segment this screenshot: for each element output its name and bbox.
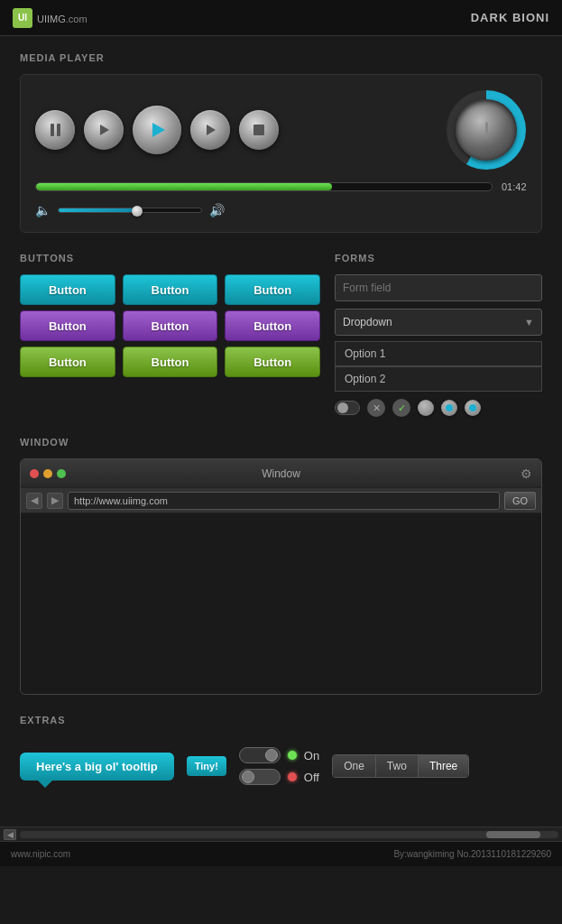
toggle-on-track[interactable]	[239, 747, 281, 763]
button-purple-3[interactable]: Button	[225, 310, 320, 341]
toggle-off-thumb	[242, 771, 254, 783]
toggle-switch[interactable]	[335, 401, 360, 415]
toggle-off-track[interactable]	[239, 769, 281, 785]
buttons-row-1: Button Button Button	[20, 274, 320, 305]
tooltip-button[interactable]: Here's a big ol' tooltip	[20, 753, 174, 781]
time-display: 01:42	[502, 181, 527, 192]
window-content	[21, 513, 541, 694]
stop-button[interactable]	[239, 110, 279, 150]
option-2[interactable]: Option 2	[335, 366, 542, 392]
buttons-section: BUTTONS Button Button Button Button Butt…	[20, 253, 320, 417]
scroll-left-arrow[interactable]: ◀	[4, 829, 16, 840]
go-button[interactable]: GO	[504, 492, 536, 510]
forward-arrow[interactable]: ▶	[47, 493, 63, 509]
back-arrow[interactable]: ◀	[26, 493, 42, 509]
main-content: MEDIA PLAYER	[0, 36, 562, 827]
button-teal-1[interactable]: Button	[20, 274, 115, 305]
button-green-2[interactable]: Button	[123, 346, 218, 377]
close-dot[interactable]	[30, 469, 39, 478]
toggle-on-thumb	[265, 749, 278, 762]
gear-icon[interactable]: ⚙	[521, 467, 532, 481]
extras-label: EXTRAS	[20, 715, 542, 725]
option-1[interactable]: Option 1	[335, 341, 542, 366]
button-teal-3[interactable]: Button	[225, 274, 320, 305]
header-tagline: DARK BIONI	[471, 11, 549, 24]
footer: www.nipic.com By:wangkiming No.201311018…	[0, 841, 562, 866]
button-purple-2[interactable]: Button	[123, 310, 218, 341]
media-player-label: MEDIA PLAYER	[20, 52, 542, 63]
x-icon[interactable]: ✕	[367, 399, 385, 417]
window-label: WINDOW	[20, 437, 542, 448]
scroll-thumb[interactable]	[486, 831, 540, 838]
forms-section: FORMS Dropdown ▼ Option 1 Option 2 ✕ ✓	[335, 253, 542, 417]
led-on-icon	[288, 751, 297, 760]
extras-section: EXTRAS Here's a big ol' tooltip Tiny! On	[20, 715, 542, 796]
stop-icon	[253, 125, 264, 135]
logo: UI UIIMG.com	[13, 8, 88, 28]
segmented-control: One Two Three	[332, 754, 469, 778]
footer-left: www.nipic.com	[11, 849, 70, 859]
window-titlebar: Window ⚙	[21, 459, 541, 488]
mp-progress-bar: 01:42	[35, 181, 527, 192]
buttons-row-2: Button Button Button	[20, 310, 320, 341]
play3-icon	[207, 125, 216, 135]
forms-label: FORMS	[335, 253, 542, 263]
play3-button[interactable]	[190, 110, 230, 150]
radio-1[interactable]	[418, 400, 434, 416]
progress-track[interactable]	[35, 182, 493, 191]
extras-body: Here's a big ol' tooltip Tiny! On	[20, 736, 542, 796]
extras-row: Here's a big ol' tooltip Tiny! On	[20, 747, 542, 785]
form-extras: ✕ ✓	[335, 399, 542, 417]
window-section: WINDOW Window ⚙ ◀ ▶ GO	[20, 437, 542, 695]
minimize-dot[interactable]	[43, 469, 52, 478]
scroll-track[interactable]	[20, 831, 558, 838]
play1-icon	[100, 125, 109, 135]
media-player-body: 01:42 🔈 🔊	[20, 74, 542, 233]
media-player-section: MEDIA PLAYER	[20, 52, 542, 233]
button-green-3[interactable]: Button	[225, 346, 320, 377]
logo-abbr: UI	[18, 13, 27, 23]
mp-volume-row: 🔈 🔊	[35, 203, 527, 217]
mp-controls	[35, 106, 279, 154]
check-icon[interactable]: ✓	[392, 399, 410, 417]
play2-icon	[152, 123, 165, 137]
knob-indicator	[485, 122, 488, 138]
dropdown-label: Dropdown	[343, 316, 392, 328]
toggle-on-row: On	[239, 747, 319, 763]
tiny-button[interactable]: Tiny!	[187, 756, 226, 776]
logo-text: UIIMG.com	[37, 10, 88, 25]
toggle-off-row: Off	[239, 769, 319, 785]
off-label: Off	[304, 771, 319, 784]
radio-3[interactable]	[465, 400, 481, 416]
volume-thumb[interactable]	[132, 206, 143, 217]
mp-top	[35, 89, 527, 171]
chevron-down-icon: ▼	[524, 317, 534, 328]
seg-one[interactable]: One	[333, 755, 376, 777]
volume-track[interactable]	[58, 208, 202, 213]
volume-fill	[59, 208, 137, 212]
buttons-grid: Button Button Button Button Button Butto…	[20, 274, 320, 377]
seg-two[interactable]: Two	[376, 755, 419, 777]
button-purple-1[interactable]: Button	[20, 310, 115, 341]
volume-knob[interactable]	[446, 89, 527, 171]
bottom-scrollbar: ◀	[0, 827, 562, 841]
url-bar[interactable]	[68, 492, 500, 510]
play2-button[interactable]	[133, 106, 181, 154]
button-teal-2[interactable]: Button	[123, 274, 218, 305]
dropdown[interactable]: Dropdown ▼	[335, 309, 542, 336]
form-field-input[interactable]	[335, 274, 542, 301]
logo-box: UI	[13, 8, 32, 28]
window-toolbar: ◀ ▶ GO	[21, 488, 541, 513]
window-dots	[30, 469, 66, 478]
buttons-forms-row: BUTTONS Button Button Button Button Butt…	[20, 253, 542, 417]
led-off-icon	[288, 772, 297, 781]
radio-2[interactable]	[441, 400, 457, 416]
pause-icon	[51, 124, 60, 136]
knob-inner	[456, 99, 517, 161]
maximize-dot[interactable]	[57, 469, 66, 478]
play1-button[interactable]	[84, 110, 124, 150]
seg-three[interactable]: Three	[419, 755, 468, 777]
window-chrome: Window ⚙ ◀ ▶ GO	[20, 458, 542, 695]
pause-button[interactable]	[35, 110, 75, 150]
button-green-1[interactable]: Button	[20, 346, 115, 377]
